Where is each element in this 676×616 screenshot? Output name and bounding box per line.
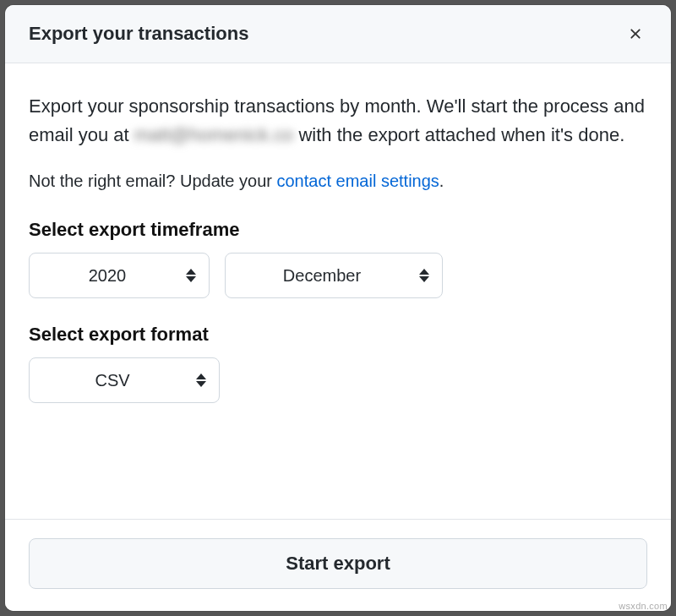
dialog-title: Export your transactions: [29, 23, 248, 45]
format-row: CSV: [29, 357, 647, 403]
intro-after: with the export attached when it's done.: [293, 124, 624, 145]
email-note: Not the right email? Update your contact…: [29, 168, 647, 194]
redacted-email: matt@homenick.co: [134, 121, 294, 150]
timeframe-row: 2020 December: [29, 253, 647, 298]
month-select-wrap: December: [225, 253, 443, 298]
close-icon: [627, 25, 644, 42]
month-select[interactable]: December: [225, 253, 443, 298]
timeframe-label: Select export timeframe: [29, 219, 647, 241]
email-note-suffix: .: [439, 172, 444, 190]
email-note-text: Not the right email? Update your: [29, 172, 277, 190]
format-select[interactable]: CSV: [29, 357, 220, 403]
contact-email-settings-link[interactable]: contact email settings: [277, 172, 439, 190]
start-export-button[interactable]: Start export: [29, 538, 647, 589]
year-select[interactable]: 2020: [29, 253, 210, 298]
close-button[interactable]: [624, 22, 647, 46]
dialog-body: Export your sponsorship transactions by …: [5, 63, 671, 519]
intro-text: Export your sponsorship transactions by …: [29, 92, 647, 150]
format-label: Select export format: [29, 324, 647, 346]
export-dialog: Export your transactions Export your spo…: [5, 5, 671, 611]
dialog-footer: Start export: [5, 519, 671, 611]
dialog-header: Export your transactions: [5, 5, 671, 63]
watermark: wsxdn.com: [619, 601, 668, 611]
year-select-wrap: 2020: [29, 253, 210, 298]
format-select-wrap: CSV: [29, 357, 220, 403]
